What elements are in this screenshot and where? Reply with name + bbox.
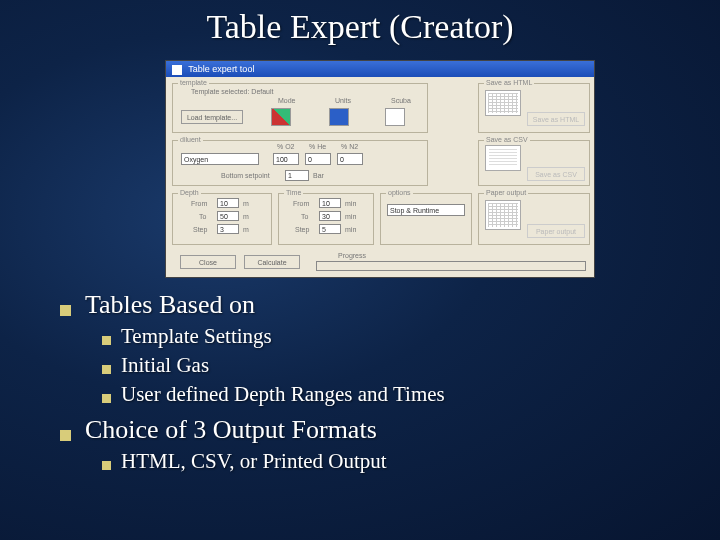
bullet-tables-based-on: Tables Based on	[60, 290, 445, 320]
save-html-fieldset: Save as HTML Save as HTML	[478, 83, 590, 133]
bullet-output-formats: Choice of 3 Output Formats	[60, 415, 445, 445]
units-label: Units	[335, 97, 351, 104]
time-from-unit: min	[345, 200, 356, 207]
time-to-label: To	[301, 213, 308, 220]
csv-preview-icon	[485, 145, 521, 171]
time-step-unit: min	[345, 226, 356, 233]
depth-to-unit: m	[243, 213, 249, 220]
depth-step-unit: m	[243, 226, 249, 233]
window-titlebar: Table expert tool	[166, 61, 594, 77]
time-from-input[interactable]: 10	[319, 198, 341, 208]
template-selected-label: Template selected: Default	[191, 88, 274, 95]
depth-from-unit: m	[243, 200, 249, 207]
bullet-icon	[60, 430, 71, 441]
bullet-html-csv-print: HTML, CSV, or Printed Output	[102, 449, 445, 474]
bottom-setpoint-unit: Bar	[313, 172, 324, 179]
diluent-fieldset: diluent % O2 % He % N2 Oxygen 100 0 0 Bo…	[172, 140, 428, 186]
app-icon	[172, 65, 182, 75]
units-icon	[329, 108, 349, 126]
time-fieldset: Time From 10 min To 30 min Step 5 min	[278, 193, 374, 245]
diluent-fieldset-label: diluent	[178, 136, 203, 143]
bullet-list: Tables Based on Template Settings Initia…	[60, 290, 445, 478]
bullet-initial-gas: Initial Gas	[102, 353, 445, 378]
template-fieldset-label: template	[178, 79, 209, 86]
bullet-template-settings: Template Settings	[102, 324, 445, 349]
save-html-label: Save as HTML	[484, 79, 534, 86]
o2-input[interactable]: 100	[273, 153, 299, 165]
bottom-setpoint-label: Bottom setpoint	[221, 172, 270, 179]
progress-bar	[316, 261, 586, 271]
save-csv-label: Save as CSV	[484, 136, 530, 143]
save-csv-fieldset: Save as CSV Save as CSV	[478, 140, 590, 186]
bullet-icon	[60, 305, 71, 316]
table-expert-window: Table expert tool template Template sele…	[165, 60, 595, 278]
pct-he-label: % He	[309, 143, 326, 150]
paper-output-label: Paper output	[484, 189, 528, 196]
close-button[interactable]: Close	[180, 255, 236, 269]
calculate-button[interactable]: Calculate	[244, 255, 300, 269]
paper-output-fieldset: Paper output Paper output	[478, 193, 590, 245]
mode-label: Mode	[278, 97, 296, 104]
mode-icon	[271, 108, 291, 126]
depth-from-input[interactable]: 10	[217, 198, 239, 208]
load-template-button[interactable]: Load template...	[181, 110, 243, 124]
pct-n2-label: % N2	[341, 143, 358, 150]
html-preview-icon	[485, 90, 521, 116]
n2-input[interactable]: 0	[337, 153, 363, 165]
depth-from-label: From	[191, 200, 207, 207]
time-from-label: From	[293, 200, 309, 207]
time-to-input[interactable]: 30	[319, 211, 341, 221]
bullet-icon	[102, 461, 111, 470]
diluent-select[interactable]: Oxygen	[181, 153, 259, 165]
time-step-label: Step	[295, 226, 309, 233]
depth-step-label: Step	[193, 226, 207, 233]
paper-output-button[interactable]: Paper output	[527, 224, 585, 238]
bullet-depth-ranges: User defined Depth Ranges and Times	[102, 382, 445, 407]
he-input[interactable]: 0	[305, 153, 331, 165]
depth-to-label: To	[199, 213, 206, 220]
scuba-icon	[385, 108, 405, 126]
depth-fieldset-label: Depth	[178, 189, 201, 196]
options-fieldset-label: options	[386, 189, 413, 196]
template-fieldset: template Template selected: Default Mode…	[172, 83, 428, 133]
paper-preview-icon	[485, 200, 521, 230]
pct-o2-label: % O2	[277, 143, 295, 150]
time-to-unit: min	[345, 213, 356, 220]
bullet-icon	[102, 336, 111, 345]
bottom-setpoint-input[interactable]: 1	[285, 170, 309, 181]
options-select[interactable]: Stop & Runtime	[387, 204, 465, 216]
time-fieldset-label: Time	[284, 189, 303, 196]
bullet-icon	[102, 394, 111, 403]
save-csv-button[interactable]: Save as CSV	[527, 167, 585, 181]
window-title: Table expert tool	[188, 64, 254, 74]
depth-to-input[interactable]: 50	[217, 211, 239, 221]
save-html-button[interactable]: Save as HTML	[527, 112, 585, 126]
depth-fieldset: Depth From 10 m To 50 m Step 3 m	[172, 193, 272, 245]
time-step-input[interactable]: 5	[319, 224, 341, 234]
bullet-icon	[102, 365, 111, 374]
slide-title: Table Expert (Creator)	[0, 0, 720, 46]
progress-label: Progress	[338, 252, 366, 259]
scuba-label: Scuba	[391, 97, 411, 104]
options-fieldset: options Stop & Runtime	[380, 193, 472, 245]
depth-step-input[interactable]: 3	[217, 224, 239, 234]
